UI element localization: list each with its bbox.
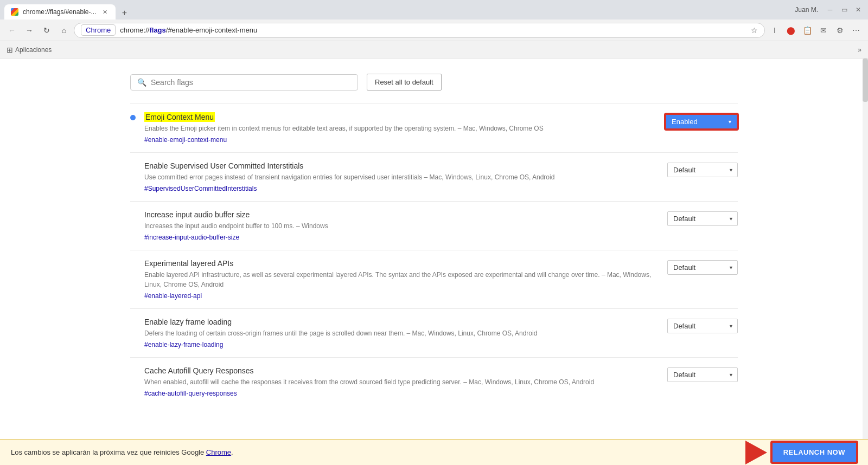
scrollbar-track [863, 59, 868, 465]
flag-title: Emoji Context Menu [144, 113, 656, 121]
flag-anchor-link[interactable]: #enable-layered-api [144, 292, 202, 300]
flag-inactive-dot [130, 369, 136, 374]
flag-content: Emoji Context Menu Enables the Emoji pic… [144, 113, 656, 144]
toolbar-icons: Ι ⬤ 📋 ✉ ⚙ ⋯ [767, 23, 864, 38]
flag-title-highlighted: Emoji Context Menu [144, 112, 215, 122]
flag-content: Enable lazy frame loading Defers the loa… [144, 318, 659, 348]
close-button[interactable]: ✕ [853, 4, 864, 15]
active-tab[interactable]: chrome://flags/#enable-... ✕ [4, 4, 116, 20]
flag-item: Cache Autofill Query Responses When enab… [130, 357, 738, 406]
user-label: Juan M. [795, 6, 818, 14]
tab-bar: chrome://flags/#enable-... ✕ + [4, 0, 790, 20]
search-area: 🔍 Reset all to default [130, 69, 738, 91]
nav-bar: ← → ↻ ⌂ Chrome chrome://flags/#enable-em… [0, 20, 868, 41]
flag-content: Enable Supervised User Committed Interst… [144, 162, 659, 192]
search-icon: 🔍 [137, 78, 146, 87]
chrome-link[interactable]: Chrome [206, 448, 231, 456]
flag-inactive-dot [130, 261, 136, 267]
flag-control: Default Enabled Disabled [667, 211, 738, 226]
default-select-wrapper: Default Enabled Disabled [667, 319, 738, 333]
toolbar-settings-icon[interactable]: ⚙ [832, 23, 847, 38]
flag-content: Experimental layered APIs Enable layered… [144, 259, 659, 300]
flag-item: Emoji Context Menu Enables the Emoji pic… [130, 104, 738, 152]
chrome-secure-label: Chrome [81, 24, 116, 36]
flag-active-dot [130, 115, 136, 120]
maximize-button[interactable]: ▭ [839, 4, 850, 15]
toolbar-mail-icon[interactable]: ✉ [816, 23, 831, 38]
back-button[interactable]: ← [4, 23, 20, 38]
enabled-select[interactable]: Default Enabled Disabled [672, 118, 731, 126]
apps-launcher[interactable]: ⊞ Aplicaciones [7, 46, 52, 54]
flag-description: Defers the loading of certain cross-orig… [144, 328, 659, 338]
toolbar-opera-icon[interactable]: ⬤ [783, 23, 799, 38]
default-select-wrapper: Default Enabled Disabled [667, 163, 738, 177]
grid-icon: ⊞ [7, 46, 13, 54]
flag-list: Emoji Context Menu Enables the Emoji pic… [130, 104, 738, 406]
flag-title: Enable Supervised User Committed Interst… [144, 162, 659, 170]
flag-anchor-link[interactable]: #increase-input-audio-buffer-size [144, 234, 239, 241]
page-content: 🔍 Reset all to default Emoji Context Men… [0, 59, 868, 465]
home-button[interactable]: ⌂ [56, 23, 72, 38]
toolbar-more-icon[interactable]: ⋯ [848, 23, 864, 38]
flag-title: Experimental layered APIs [144, 259, 659, 268]
flag-content: Cache Autofill Query Responses When enab… [144, 366, 659, 397]
reload-button[interactable]: ↻ [39, 23, 54, 38]
flag-content: Increase input audio buffer size Increas… [144, 210, 659, 241]
flag-description: Enable layered API infrastructure, as we… [144, 270, 659, 289]
tab-close-button[interactable]: ✕ [100, 8, 109, 16]
flag-anchor-link[interactable]: #SupervisedUserCommittedInterstitials [144, 185, 257, 192]
flag-anchor-link[interactable]: #enable-lazy-frame-loading [144, 341, 223, 348]
minimize-button[interactable]: ─ [825, 4, 835, 15]
title-bar: chrome://flags/#enable-... ✕ + Juan M. ─… [0, 0, 868, 20]
search-input[interactable] [151, 78, 351, 87]
flag-item: Enable Supervised User Committed Interst… [130, 152, 738, 201]
default-select-wrapper: Default Enabled Disabled [667, 211, 738, 226]
flag-anchor-link[interactable]: #enable-emoji-context-menu [144, 136, 227, 144]
flag-description: Increases the input audio endpoint buffe… [144, 221, 659, 231]
default-select[interactable]: Default Enabled Disabled [667, 260, 738, 275]
flag-inactive-dot [130, 164, 136, 169]
flag-title: Enable lazy frame loading [144, 318, 659, 326]
flag-control: Default Enabled Disabled [665, 114, 738, 130]
forward-button[interactable]: → [22, 23, 37, 38]
flag-item: Experimental layered APIs Enable layered… [130, 250, 738, 308]
tab-title: chrome://flags/#enable-... [23, 8, 96, 16]
flag-description: Enables the Emoji picker item in context… [144, 124, 656, 133]
flag-control: Default Enabled Disabled [667, 367, 738, 382]
flag-anchor-link[interactable]: #cache-autofill-query-responses [144, 390, 237, 397]
relaunch-now-button[interactable]: RELAUNCH NOW [771, 442, 857, 463]
browser-frame: chrome://flags/#enable-... ✕ + Juan M. ─… [0, 0, 868, 465]
flag-inactive-dot [130, 212, 136, 218]
scrollbar-thumb[interactable] [863, 59, 868, 102]
flags-page: 🔍 Reset all to default Emoji Context Men… [108, 59, 760, 449]
bookmarks-bar: ⊞ Aplicaciones » [0, 41, 868, 59]
apps-label: Aplicaciones [15, 46, 52, 54]
new-tab-button[interactable]: + [118, 7, 131, 20]
bottom-notification-bar: Los cambios se aplicarán la próxima vez … [0, 439, 868, 465]
toolbar-extension-2[interactable]: 📋 [800, 23, 815, 38]
arrow-container: RELAUNCH NOW [745, 441, 857, 464]
default-select[interactable]: Default Enabled Disabled [667, 163, 738, 177]
default-select[interactable]: Default Enabled Disabled [667, 211, 738, 226]
bookmarks-overflow[interactable]: » [858, 46, 861, 54]
flag-item: Enable lazy frame loading Defers the loa… [130, 308, 738, 357]
flag-item: Increase input audio buffer size Increas… [130, 201, 738, 250]
flag-inactive-dot [130, 320, 136, 325]
toolbar-extension-1[interactable]: Ι [767, 23, 782, 38]
enabled-select-wrapper: Default Enabled Disabled [665, 114, 738, 130]
address-bar[interactable]: Chrome chrome://flags/#enable-emoji-cont… [74, 23, 765, 38]
bookmark-star-icon[interactable]: ☆ [751, 26, 758, 35]
default-select-wrapper: Default Enabled Disabled [667, 260, 738, 275]
tab-favicon [11, 8, 18, 16]
flag-title: Cache Autofill Query Responses [144, 366, 659, 375]
reset-all-button[interactable]: Reset all to default [367, 74, 442, 91]
flag-description: Use committed error pages instead of tra… [144, 172, 659, 182]
flag-description: When enabled, autofill will cache the re… [144, 377, 659, 387]
default-select[interactable]: Default Enabled Disabled [667, 367, 738, 382]
default-select[interactable]: Default Enabled Disabled [667, 319, 738, 333]
window-controls: ─ ▭ ✕ [825, 4, 864, 15]
arrow-icon [745, 441, 767, 464]
address-text: chrome://flags/#enable-emoji-context-men… [120, 26, 257, 34]
flag-control: Default Enabled Disabled [667, 163, 738, 177]
bottom-message: Los cambios se aplicarán la próxima vez … [11, 448, 737, 456]
